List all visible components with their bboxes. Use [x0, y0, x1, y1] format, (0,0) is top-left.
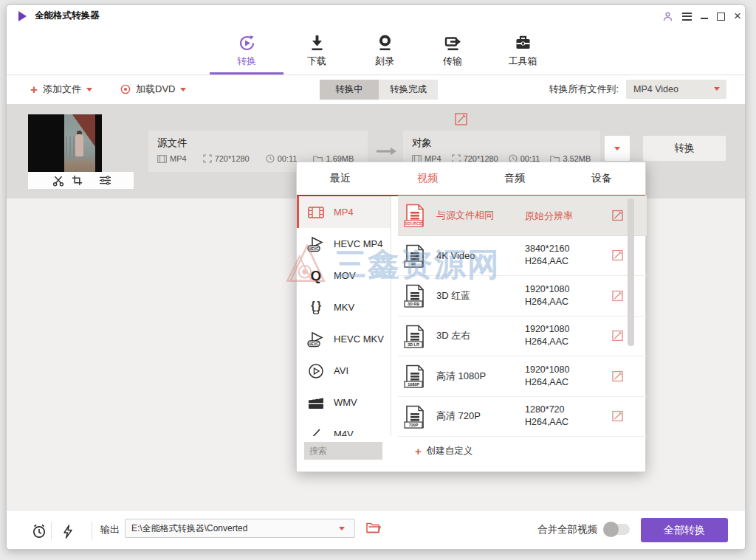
svg-text:3D LR: 3D LR [408, 342, 419, 347]
preset-doc-icon: 4K [404, 244, 426, 269]
output-label: 输出 [100, 523, 120, 536]
schedule-icon[interactable] [31, 523, 47, 539]
tab-converted[interactable]: 转换完成 [379, 80, 438, 100]
convert-button[interactable]: 转换 [643, 136, 726, 161]
convert-icon [237, 33, 257, 53]
maximize-button[interactable] [717, 13, 725, 21]
edit-preset-icon[interactable] [612, 210, 623, 221]
chevron-down-icon[interactable] [180, 88, 186, 91]
transfer-icon [443, 33, 463, 53]
toolbar: + 添加文件 加载DVD 转换中 转换完成 转换所有文件到: MP4 Video [7, 75, 745, 105]
format-item-mp4[interactable]: MP4 [297, 196, 391, 228]
film-icon [157, 155, 167, 163]
load-dvd-button[interactable]: 加载DVD [120, 75, 186, 103]
adjust-icon[interactable] [99, 175, 111, 186]
chevron-down-icon [714, 87, 720, 91]
preset-row-720p[interactable]: 720P 高清 720P 1280*720H264,AAC [398, 397, 647, 438]
convert-all-button[interactable]: 全部转换 [641, 518, 728, 542]
open-folder-icon[interactable] [366, 522, 381, 533]
hevc-mkv-icon: HEVC [306, 330, 326, 349]
nav-item-toolbox[interactable]: 工具箱 [493, 33, 552, 68]
convert-all-to-label: 转换所有文件到: [549, 83, 619, 96]
cut-icon[interactable] [52, 175, 64, 187]
app-window: 全能格式转换器 × 转换 下载 [6, 4, 746, 550]
app-logo-icon [18, 11, 27, 21]
format-item-hevc-mp4[interactable]: HEVC HEVC MP4 [297, 228, 391, 260]
tab-converting[interactable]: 转换中 [320, 80, 379, 100]
mp4-icon [306, 203, 326, 222]
popup-tab-device[interactable]: 设备 [558, 162, 645, 195]
mkv-icon: { } [306, 298, 326, 317]
popup-tab-video[interactable]: 视频 [384, 162, 471, 195]
preset-doc-icon: 1080P [404, 364, 426, 389]
svg-text:{ }: { } [311, 300, 321, 311]
plus-icon: + [415, 446, 422, 457]
arrow-right-icon [376, 146, 398, 156]
duration-icon [266, 154, 275, 163]
toolbox-icon [513, 33, 533, 53]
preset-doc-icon: 3D RB [404, 284, 426, 308]
source-format: MP4 [170, 154, 187, 163]
video-thumbnail[interactable] [28, 114, 102, 172]
svg-text:3D RB: 3D RB [408, 302, 419, 306]
edit-preset-icon[interactable] [612, 370, 623, 381]
svg-text:SOURCE: SOURCE [405, 221, 422, 226]
preset-row-1080p[interactable]: 1080P 高清 1080P 1920*1080H264,AAC [398, 356, 647, 397]
avi-icon [306, 362, 326, 381]
format-item-mkv[interactable]: { } MKV [297, 291, 391, 323]
merge-toggle[interactable] [605, 524, 630, 535]
thumbnail-photo [64, 114, 95, 172]
edit-preset-icon[interactable] [612, 250, 623, 261]
format-item-hevc-mkv[interactable]: HEVC HEVC MKV [297, 323, 391, 355]
user-icon[interactable] [662, 11, 673, 22]
svg-text:4K: 4K [411, 262, 416, 266]
preset-row-4k[interactable]: 4K 4K Video 3840*2160H264,AAC [398, 236, 647, 277]
svg-text:720P: 720P [409, 423, 419, 427]
nav-item-convert[interactable]: 转换 [217, 33, 276, 68]
popup-tab-recent[interactable]: 最近 [297, 162, 384, 195]
output-format-select[interactable]: MP4 Video [626, 80, 726, 99]
edit-preset-icon[interactable] [612, 290, 623, 301]
wmv-icon [306, 393, 326, 412]
burn-icon [375, 33, 395, 53]
active-tab-underline [210, 72, 284, 75]
nav-item-burn[interactable]: 刻录 [355, 33, 414, 68]
popup-scrollbar[interactable] [628, 198, 634, 346]
popup-tab-audio[interactable]: 音频 [471, 162, 558, 195]
target-format-dropdown-button[interactable] [605, 136, 630, 161]
create-custom-button[interactable]: + 创建自定义 [415, 445, 472, 457]
app-title: 全能格式转换器 [35, 5, 100, 27]
edit-preset-icon[interactable] [612, 331, 623, 342]
merge-all-label: 合并全部视频 [537, 523, 597, 536]
format-item-mov[interactable]: Q MOV [297, 260, 391, 291]
main-nav: 转换 下载 刻录 传输 [7, 27, 745, 75]
edit-preset-icon[interactable] [612, 411, 623, 422]
preset-row-source[interactable]: SOURCE 与源文件相同 原始分辨率 [398, 196, 647, 236]
nav-item-download[interactable]: 下载 [287, 33, 346, 68]
hardware-accel-icon[interactable] [63, 525, 73, 539]
chevron-down-icon [614, 147, 620, 151]
resolution-icon [203, 154, 212, 163]
format-item-m4v[interactable]: M4V [297, 418, 391, 436]
preset-row-3d-rb[interactable]: 3D RB 3D 红蓝 1920*1080H264,AAC [398, 276, 647, 317]
format-item-wmv[interactable]: WMV [297, 387, 391, 418]
crop-icon[interactable] [72, 175, 83, 186]
chevron-down-icon[interactable] [86, 88, 92, 91]
chevron-down-icon[interactable] [339, 527, 345, 530]
close-button[interactable]: × [734, 10, 741, 22]
format-item-avi[interactable]: AVI [297, 355, 391, 387]
menu-icon[interactable] [682, 10, 692, 22]
mov-icon: Q [306, 266, 326, 286]
nav-item-transfer[interactable]: 传输 [423, 33, 482, 68]
format-search-input[interactable] [304, 442, 382, 460]
preset-row-3d-lr[interactable]: 3D LR 3D 左右 1920*1080H264,AAC [398, 317, 647, 357]
add-file-button[interactable]: + 添加文件 [30, 75, 92, 103]
download-icon [307, 33, 327, 53]
minimize-button[interactable] [701, 18, 708, 19]
output-path-input[interactable] [125, 519, 355, 538]
preset-list: SOURCE 与源文件相同 原始分辨率 4K 4K Video 3840*216… [398, 196, 647, 437]
svg-text:1080P: 1080P [408, 382, 419, 387]
edit-target-icon[interactable] [455, 113, 467, 125]
preset-doc-icon: SOURCE [404, 204, 426, 228]
format-picker-popup: 最近 视频 音频 设备 MP4 HEVC HEVC MP4 Q MOV { } … [296, 162, 646, 472]
